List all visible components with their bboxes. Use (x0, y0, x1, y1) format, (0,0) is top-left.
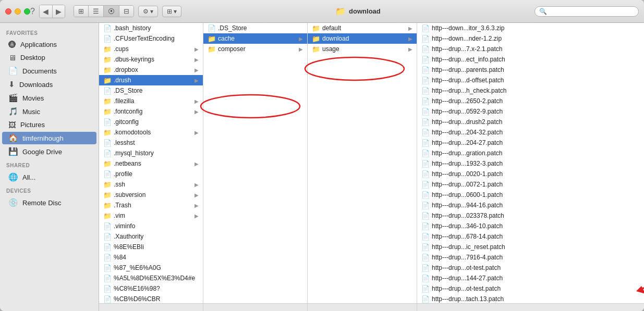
list-item[interactable]: 📄http---drup...ot-test.patch (417, 283, 644, 294)
list-item[interactable]: 📁.vim▶ (99, 210, 203, 221)
view-column-button[interactable]: ⦿ (103, 6, 119, 17)
sidebar-item-downloads[interactable]: ⬇ Downloads (2, 78, 96, 91)
list-item[interactable]: 📁.dropbox▶ (99, 65, 203, 75)
action-button[interactable]: ⚙ ▾ (138, 6, 158, 17)
close-button[interactable] (5, 8, 11, 15)
list-item[interactable]: 📁.subversion▶ (99, 190, 203, 200)
list-item[interactable]: 📄http---drup...144-27.patch (417, 273, 644, 283)
folder-icon: 📁 (103, 129, 112, 136)
list-item[interactable]: 📄http---drup...ic_reset.patch (417, 242, 644, 252)
list-item[interactable]: 📁.Trash▶ (99, 200, 203, 210)
pictures-icon: 🖼 (8, 120, 16, 129)
list-item[interactable]: 📄http---drup...944-16.patch (417, 200, 644, 210)
list-item[interactable]: 📁.filezilla▶ (99, 96, 203, 106)
file-icon: 📄 (103, 295, 112, 303)
list-item[interactable]: 📁.drush▶ (99, 75, 203, 85)
list-item[interactable]: 📄http---down...itor_3.6.3.zip (417, 23, 644, 33)
expand-arrow: ▶ (299, 36, 303, 42)
sidebar-item-pictures[interactable]: 🖼 Pictures (2, 119, 96, 131)
list-item[interactable]: 📄%84 (99, 252, 203, 263)
file-icon: 📄 (421, 45, 430, 53)
search-input[interactable] (549, 8, 634, 15)
list-item[interactable]: 📄.gitconfig (99, 117, 203, 127)
list-item[interactable]: 📁.cups▶ (99, 44, 203, 54)
arrange-button[interactable]: ⊞ ▾ (162, 6, 181, 17)
list-item[interactable]: 📁.ssh▶ (99, 179, 203, 190)
col1-scrollbar[interactable] (99, 303, 203, 311)
file-label: http---drup...346-10.patch (432, 222, 503, 230)
col4-scrollbar[interactable] (417, 303, 644, 311)
list-item[interactable]: 📄http---drup...204-32.patch (417, 127, 644, 138)
list-item[interactable]: 📁.fontconfig▶ (99, 106, 203, 117)
sidebar-item-timfernihough[interactable]: 🏠 timfernihough (2, 132, 96, 144)
view-list-button[interactable]: ☰ (88, 6, 103, 17)
list-item[interactable]: 📄.profile (99, 169, 203, 179)
list-item[interactable]: 📄.CFUserTextEncoding (99, 33, 203, 44)
list-item[interactable]: 📄.viminfo (99, 221, 203, 231)
maximize-button[interactable] (24, 8, 30, 15)
list-item[interactable]: 📁default▶ (308, 23, 417, 33)
list-item[interactable]: 📄%C8%E16%98? (99, 283, 203, 294)
list-item[interactable]: 📄http---drup...gration.patch (417, 148, 644, 158)
list-item[interactable]: 📄http---drup...0020-1.patch (417, 169, 644, 179)
list-item[interactable]: 📄http---drup...023378.patch (417, 210, 644, 221)
list-item[interactable]: 📄.Xauthority (99, 231, 203, 242)
list-item[interactable]: 📄http---drup...7.x-2.1.patch (417, 44, 644, 54)
list-item[interactable]: 📄http---drup...2650-2.patch (417, 96, 644, 106)
list-item[interactable]: 📄http---drup...1932-3.patch (417, 158, 644, 169)
file-label: .mysql_history (114, 150, 154, 157)
file-label: http---drup...0072-1.patch (432, 181, 503, 188)
search-box[interactable]: 🔍 (534, 6, 639, 17)
list-item[interactable]: 📄http---drup...0592-9.patch (417, 106, 644, 117)
list-item[interactable]: 📄http---drup...346-10.patch (417, 221, 644, 231)
list-item[interactable]: 📁.dbus-keyrings▶ (99, 54, 203, 65)
list-item[interactable]: 📁.netbeans▶ (99, 158, 203, 169)
list-item[interactable]: 📄.lesshst (99, 138, 203, 148)
file-label: http---drup...0020-1.patch (432, 170, 503, 178)
list-item[interactable]: 📄http---drup...d-offset.patch (417, 75, 644, 85)
list-item[interactable]: 📄http---drup...tach.13.patch (417, 294, 644, 303)
list-item[interactable]: 📄http---drup...h_check.patch (417, 85, 644, 96)
list-item[interactable]: 📄http---down...nder-1.2.zip (417, 33, 644, 44)
list-item[interactable]: 📄%CB%D6%CBR (99, 294, 203, 303)
minimize-button[interactable] (15, 8, 21, 15)
col2-scrollbar[interactable] (203, 303, 307, 311)
list-item[interactable]: 📄http---drup...0072-1.patch (417, 179, 644, 190)
list-item[interactable]: 📄.bash_history (99, 23, 203, 33)
list-item[interactable]: 📄http---drup...7916-4.patch (417, 252, 644, 263)
sidebar-item-movies[interactable]: 🎬 Movies (2, 92, 96, 104)
list-item[interactable]: 📁.komodotools▶ (99, 127, 203, 138)
list-item[interactable]: 📁composer▶ (203, 44, 307, 54)
col3-scrollbar[interactable] (308, 303, 417, 311)
view-cover-button[interactable]: ⊟ (119, 6, 133, 17)
list-item[interactable]: 📄http---drup...drush2.patch (417, 117, 644, 127)
help-icon[interactable]: ? (30, 7, 35, 16)
list-item[interactable]: 📄http---drup...0600-1.patch (417, 190, 644, 200)
list-item[interactable]: 📄http---drup...678-14.patch (417, 231, 644, 242)
sidebar-item-applications[interactable]: 🅐 Applications (2, 39, 96, 51)
sidebar-item-desktop[interactable]: 🖥 Desktop (2, 52, 96, 64)
sidebar-item-remotedisc[interactable]: 💿 Remote Disc (2, 196, 96, 209)
list-item[interactable]: 📄http---drup...parents.patch (417, 65, 644, 75)
list-item[interactable]: 📁cache▶ (203, 33, 307, 44)
back-button[interactable]: ◀ (40, 5, 52, 18)
sidebar-item-documents[interactable]: 📄 Documents (2, 65, 96, 77)
list-item[interactable]: 📄http---drup...ot-test.patch (417, 263, 644, 273)
list-item[interactable]: 📄%8E%EBIi (99, 242, 203, 252)
list-item[interactable]: 📄.DS_Store (203, 23, 307, 33)
list-item[interactable]: 📄http---drup...204-27.patch (417, 138, 644, 148)
file-icon: 📄 (421, 233, 430, 241)
list-item[interactable]: 📄http---drup...ect_info.patch (417, 54, 644, 65)
sidebar-item-music[interactable]: 🎵 Music (2, 105, 96, 118)
view-icon-button[interactable]: ⊞ (74, 6, 88, 17)
file-label: .cups (114, 45, 129, 53)
list-item[interactable]: 📄%A5L%8D%E5X%E3%D4#e (99, 273, 203, 283)
sidebar-item-googledrive[interactable]: 💾 Google Drive (2, 145, 96, 158)
forward-button[interactable]: ▶ (52, 5, 65, 18)
list-item[interactable]: 📁usage▶ (308, 44, 417, 54)
sidebar-item-all[interactable]: 🌐 All... (2, 171, 96, 183)
list-item[interactable]: 📄%87_%E6%A0G (99, 263, 203, 273)
list-item[interactable]: 📁download▶ (308, 33, 417, 44)
list-item[interactable]: 📄.DS_Store (99, 85, 203, 96)
list-item[interactable]: 📄.mysql_history (99, 148, 203, 158)
